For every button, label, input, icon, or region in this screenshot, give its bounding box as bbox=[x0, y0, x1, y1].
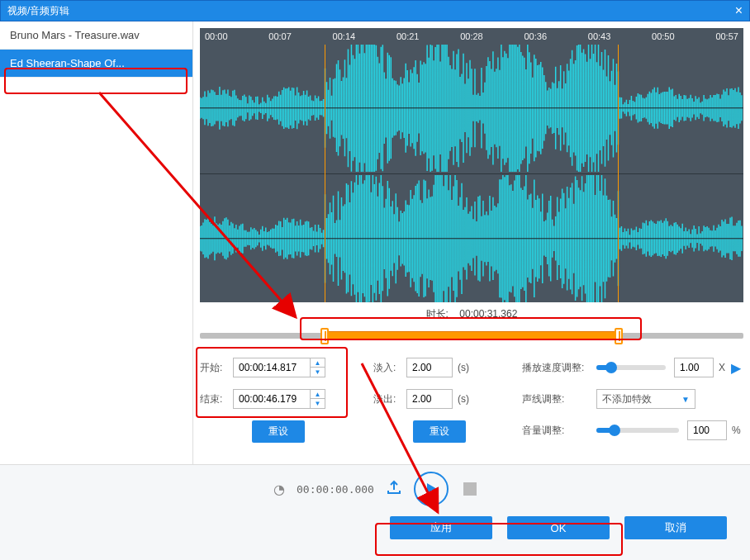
file-list: Bruno Mars - Treasure.wav Ed Sheeran-Sha… bbox=[0, 21, 193, 464]
adjust-column: 播放速度调整: X ▶ 声线调整: 不添加特效 ▼ 音量调整: bbox=[522, 358, 743, 452]
volume-slider[interactable] bbox=[596, 428, 679, 433]
start-label: 开始: bbox=[200, 361, 233, 375]
export-icon[interactable] bbox=[386, 479, 402, 500]
range-handle-start[interactable] bbox=[320, 328, 329, 344]
spinner-arrows[interactable]: ▲▼ bbox=[310, 390, 325, 408]
tick: 00:28 bbox=[460, 31, 483, 41]
main-area: Bruno Mars - Treasure.wav Ed Sheeran-Sha… bbox=[0, 21, 750, 464]
timeline-ruler: 00:00 00:07 00:14 00:21 00:28 00:36 00:4… bbox=[200, 28, 743, 45]
start-time-field[interactable] bbox=[234, 358, 310, 377]
tick: 00:50 bbox=[652, 31, 675, 41]
tick: 00:43 bbox=[588, 31, 611, 41]
waveform-display[interactable] bbox=[200, 45, 743, 302]
trim-column: 开始: ▲▼ 结束: ▲▼ 重设 bbox=[200, 358, 357, 452]
volume-input[interactable] bbox=[687, 420, 727, 440]
voice-select[interactable]: 不添加特效 ▼ bbox=[596, 389, 695, 409]
end-time-input[interactable]: ▲▼ bbox=[233, 389, 325, 409]
editor-panel: 00:00 00:07 00:14 00:21 00:28 00:36 00:4… bbox=[193, 21, 750, 464]
tick: 00:00 bbox=[205, 31, 228, 41]
duration-readout: 时长: 00:00:31.362 bbox=[193, 302, 750, 325]
arrow-down-icon[interactable]: ▼ bbox=[311, 399, 325, 408]
volume-label: 音量调整: bbox=[522, 424, 596, 438]
file-item[interactable]: Bruno Mars - Treasure.wav bbox=[0, 21, 192, 50]
fadein-label: 淡入: bbox=[373, 361, 406, 375]
fadein-input[interactable] bbox=[406, 358, 453, 377]
player-controls: ◔ 00:00:00.000 bbox=[0, 465, 750, 513]
stop-button[interactable] bbox=[463, 482, 477, 496]
arrow-down-icon[interactable]: ▼ bbox=[311, 368, 325, 377]
apply-button[interactable]: 应用 bbox=[390, 516, 492, 539]
clock-icon: ◔ bbox=[273, 482, 285, 497]
file-item-selected[interactable]: Ed Sheeran-Shape Of... bbox=[0, 50, 192, 78]
play-preview-icon[interactable]: ▶ bbox=[729, 360, 743, 375]
fadeout-input[interactable] bbox=[406, 389, 453, 409]
speed-slider[interactable] bbox=[596, 365, 666, 370]
reset-fade-button[interactable]: 重设 bbox=[413, 420, 466, 443]
fadeout-label: 淡出: bbox=[373, 392, 406, 406]
end-label: 结束: bbox=[200, 392, 233, 406]
tick: 00:57 bbox=[715, 31, 738, 41]
voice-label: 声线调整: bbox=[522, 392, 596, 406]
tick: 00:21 bbox=[396, 31, 420, 41]
ok-button[interactable]: OK bbox=[507, 516, 610, 539]
unit-percent: % bbox=[732, 425, 741, 436]
spinner-arrows[interactable]: ▲▼ bbox=[310, 358, 325, 377]
tick: 00:36 bbox=[524, 31, 547, 41]
dialog-buttons: 应用 OK 取消 bbox=[0, 513, 750, 539]
titlebar: 视频/音频剪辑 × bbox=[0, 0, 750, 21]
range-slider[interactable] bbox=[200, 325, 743, 346]
close-icon[interactable]: × bbox=[735, 3, 743, 18]
window-title: 视频/音频剪辑 bbox=[7, 4, 69, 18]
play-button[interactable] bbox=[414, 472, 449, 506]
cancel-button[interactable]: 取消 bbox=[624, 516, 727, 539]
end-time-field[interactable] bbox=[234, 390, 310, 408]
unit-x: X bbox=[719, 362, 725, 373]
duration-label: 时长: bbox=[426, 308, 449, 320]
fade-column: 淡入: (s) 淡出: (s) 重设 bbox=[373, 358, 506, 452]
speed-label: 播放速度调整: bbox=[522, 361, 596, 375]
tick: 00:14 bbox=[333, 31, 356, 41]
reset-trim-button[interactable]: 重设 bbox=[252, 420, 305, 443]
speed-input[interactable] bbox=[674, 358, 714, 377]
waveform-selection bbox=[325, 45, 618, 302]
range-handle-end[interactable] bbox=[615, 328, 623, 344]
tick: 00:07 bbox=[268, 31, 292, 41]
arrow-up-icon[interactable]: ▲ bbox=[311, 390, 325, 399]
start-time-input[interactable]: ▲▼ bbox=[233, 358, 325, 377]
range-selection bbox=[325, 331, 618, 340]
unit-seconds: (s) bbox=[458, 362, 469, 373]
controls-area: 开始: ▲▼ 结束: ▲▼ 重设 淡入: bbox=[200, 358, 743, 452]
duration-value: 00:00:31.362 bbox=[459, 308, 517, 320]
footer: ◔ 00:00:00.000 应用 OK 取消 bbox=[0, 464, 750, 560]
unit-seconds: (s) bbox=[458, 393, 469, 405]
voice-selected: 不添加特效 bbox=[602, 392, 652, 406]
chevron-down-icon: ▼ bbox=[681, 395, 690, 404]
player-time: 00:00:00.000 bbox=[297, 483, 374, 496]
arrow-up-icon[interactable]: ▲ bbox=[311, 358, 325, 368]
